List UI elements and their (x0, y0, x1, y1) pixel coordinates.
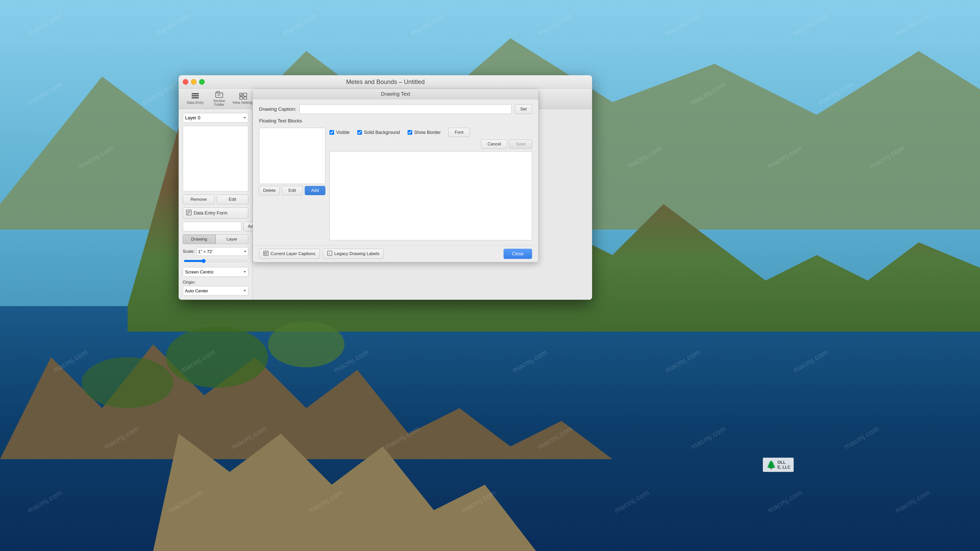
caption-input[interactable] (299, 104, 512, 114)
logo-tree-icon: 🌲 (766, 460, 776, 470)
close-dialog-button[interactable]: Close (504, 249, 532, 259)
maximize-button[interactable] (199, 79, 205, 85)
current-layer-captions-label: Current Layer Captions (270, 251, 315, 256)
floating-list-box (259, 128, 325, 184)
origin-row: Origin: Auto Center Manual (183, 280, 248, 295)
solid-background-label: Solid Background (364, 130, 400, 135)
solid-background-checkbox-label: Solid Background (357, 130, 400, 135)
scale-slider-row (183, 259, 248, 264)
svg-point-8 (268, 321, 345, 367)
svg-rect-13 (216, 93, 223, 97)
section-folder-icon (215, 91, 224, 98)
data-entry-form-icon (186, 210, 192, 217)
bottom-buttons: Current Layer Captions A Legacy Drawing … (253, 245, 538, 262)
cancel-button[interactable]: Cancel (481, 140, 508, 149)
scale-row: Scale: 1" = 72' 1" = 100' 1" = 200' (183, 247, 248, 256)
view-select[interactable]: Screen Centric Page Centric (183, 267, 248, 277)
svg-marker-5 (0, 345, 612, 459)
floating-text-list: Delete Edit Add (259, 128, 325, 240)
svg-text:A: A (328, 252, 330, 255)
floating-controls: Visible Solid Background Show Border Fon… (329, 128, 532, 240)
drawing-layer-tabs: Drawing Layer (183, 234, 248, 244)
legacy-drawing-labels-button[interactable]: A Legacy Drawing Labels (323, 249, 384, 259)
drawing-text-title-bar: Drawing Text (253, 89, 538, 99)
edit-block-button[interactable]: Edit (282, 186, 302, 195)
svg-point-9 (82, 357, 173, 408)
layer-select[interactable]: Layer 0 Layer 1 Layer 2 (183, 113, 248, 123)
svg-rect-1 (0, 306, 980, 551)
toolbar-view-settings-label: View Settings (232, 101, 254, 105)
caption-label: Drawing Caption: (259, 106, 296, 112)
show-border-checkbox-label: Show Border (407, 130, 441, 135)
floating-text-blocks-title: Floating Text Blocks (259, 118, 532, 124)
svg-rect-18 (240, 97, 243, 99)
add-block-button[interactable]: Add (305, 186, 325, 195)
view-settings-icon (239, 92, 248, 100)
toolbar-section-folder-label: Section Folder (208, 99, 231, 107)
add-row: Add (183, 222, 248, 231)
set-button[interactable]: Set (515, 104, 532, 114)
drawing-text-title: Drawing Text (381, 91, 410, 97)
captions-icon (263, 251, 269, 257)
data-entry-icon (191, 92, 200, 100)
toolbar-data-entry[interactable]: Data Entry (184, 91, 207, 107)
remove-button[interactable]: Remove (183, 195, 215, 204)
logo-line1: OLL (777, 460, 791, 465)
traffic-lights (183, 79, 205, 85)
edit-layer-button[interactable]: Edit (217, 195, 248, 204)
floating-btn-row: Delete Edit Add (259, 186, 325, 195)
text-preview-area (329, 151, 532, 240)
origin-select[interactable]: Auto Center Manual (183, 286, 248, 295)
visible-checkbox[interactable] (329, 130, 334, 135)
svg-rect-12 (192, 97, 199, 98)
font-button[interactable]: Font (449, 128, 470, 137)
svg-rect-11 (192, 95, 199, 97)
toolbar-section-folder[interactable]: Section Folder (208, 91, 231, 107)
legacy-drawing-labels-label: Legacy Drawing Labels (334, 251, 380, 256)
tab-layer[interactable]: Layer (216, 234, 248, 244)
checkboxes-row: Visible Solid Background Show Border Fon… (329, 128, 532, 137)
show-border-label: Show Border (414, 130, 441, 135)
legacy-icon: A (327, 251, 332, 257)
drawing-text-panel: Drawing Text Drawing Caption: Set Floati… (253, 89, 538, 262)
logo-text: OLL E, LLC (777, 460, 791, 470)
toolbar-view-settings[interactable]: View Settings (232, 91, 255, 107)
close-button[interactable] (183, 79, 188, 85)
logo-area: 🌲 OLL E, LLC (763, 457, 794, 472)
save-button[interactable]: Save (509, 140, 532, 149)
svg-marker-6 (153, 433, 536, 551)
add-input[interactable] (183, 222, 242, 231)
origin-label: Origin: (183, 280, 248, 285)
data-entry-form-label: Data Entry Form (194, 210, 228, 216)
minimize-button[interactable] (191, 79, 197, 85)
svg-rect-16 (240, 93, 243, 96)
caption-row: Drawing Caption: Set (259, 104, 532, 114)
visible-label: Visible (336, 130, 350, 135)
current-layer-captions-button[interactable]: Current Layer Captions (259, 249, 320, 259)
svg-rect-10 (192, 93, 199, 94)
layer-preview (183, 126, 248, 192)
drawing-text-content: Drawing Caption: Set Floating Text Block… (253, 99, 538, 245)
delete-block-button[interactable]: Delete (259, 186, 280, 195)
title-bar: Metes and Bounds – Untitled (179, 75, 592, 89)
cancel-save-row: Cancel Save (329, 140, 532, 149)
left-panel: Layer 0 Layer 1 Layer 2 Remove Edit Data… (179, 109, 253, 300)
tab-drawing[interactable]: Drawing (183, 234, 216, 244)
show-border-checkbox[interactable] (407, 130, 412, 135)
scale-label: Scale: (183, 249, 195, 254)
logo-line2: E, LLC (777, 465, 791, 470)
solid-background-checkbox[interactable] (357, 130, 362, 135)
data-entry-form-button[interactable]: Data Entry Form (183, 207, 248, 219)
scale-select[interactable]: 1" = 72' 1" = 100' 1" = 200' (196, 247, 248, 256)
visible-checkbox-label: Visible (329, 130, 350, 135)
scale-slider[interactable] (184, 259, 247, 263)
floating-area: Delete Edit Add Visible Solid Background (259, 128, 532, 240)
svg-point-7 (166, 327, 268, 388)
layer-selector-row: Layer 0 Layer 1 Layer 2 (183, 113, 248, 123)
window-title: Metes and Bounds – Untitled (346, 78, 425, 86)
layer-buttons: Remove Edit (183, 195, 248, 204)
svg-rect-19 (244, 97, 247, 99)
svg-rect-17 (244, 93, 247, 96)
toolbar-data-entry-label: Data Entry (187, 101, 204, 105)
